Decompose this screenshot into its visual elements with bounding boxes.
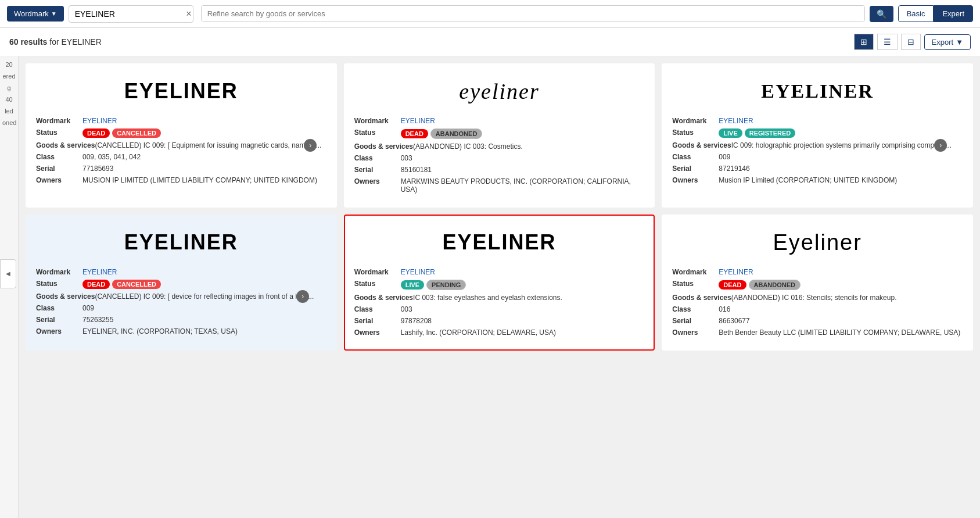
status-badge: DEAD <box>401 129 428 138</box>
list-view-btn[interactable]: ☰ <box>877 34 898 50</box>
sidebar-collapse-icon: ◀ <box>6 270 10 277</box>
owners-field: Owners EYELINER, INC. (CORPORATION; TEXA… <box>36 327 326 335</box>
class-value: 009, 035, 041, 042 <box>82 153 326 161</box>
class-value: 003 <box>401 154 645 162</box>
wordmark-link[interactable]: EYELINER <box>82 268 117 276</box>
class-field: Class 009 <box>672 153 963 161</box>
serial-field-label: Serial <box>36 316 82 324</box>
goods-value: (ABANDONED) IC 016: Stencils; stencils f… <box>731 294 897 302</box>
class-value: 003 <box>401 305 645 313</box>
status-badges-container: DEADABANDONED <box>401 128 485 139</box>
export-label: Export <box>932 38 954 47</box>
owners-field-label: Owners <box>36 176 82 184</box>
search-submit-btn[interactable]: 🔍 <box>870 6 893 22</box>
wordmark-field-label: Wordmark <box>36 117 82 125</box>
export-btn[interactable]: Export ▼ <box>924 34 971 50</box>
wordmark-link[interactable]: EYELINER <box>82 117 117 125</box>
status-badge: LIVE <box>401 280 424 290</box>
serial-field: Serial 77185693 <box>36 165 326 173</box>
results-text: 60 results for EYELINER <box>9 37 102 47</box>
refine-search-input[interactable] <box>202 6 864 22</box>
serial-field: Serial 97878208 <box>354 317 645 325</box>
goods-field: Goods & services IC 003: false eyelashes… <box>354 294 645 302</box>
goods-value: IC 003: false eyelashes and eyelash exte… <box>413 294 562 302</box>
trademark-card[interactable]: eyeliner Wordmark EYELINER Status DEADAB… <box>344 63 655 208</box>
goods-wrapper: (CANCELLED) IC 009: [ Equipment for issu… <box>95 141 321 149</box>
trademark-logo: Eyeliner <box>672 225 963 260</box>
trademark-card[interactable]: EYELINER Wordmark EYELINER Status LIVEPE… <box>344 215 655 351</box>
trademark-card[interactable]: Eyeliner Wordmark EYELINER Status DEADAB… <box>662 215 973 351</box>
trademark-card[interactable]: EYELINER Wordmark EYELINER Status DEADCA… <box>26 63 337 208</box>
goods-field-label: Goods & services <box>672 294 731 302</box>
detail-view-btn[interactable]: ⊟ <box>901 34 921 50</box>
nav-arrow-icon[interactable]: › <box>296 290 309 303</box>
page-layout: 20 ered g 40 led oned ◀ EYELINER Wordmar… <box>0 56 980 518</box>
dropdown-arrow-icon: ▼ <box>51 10 57 17</box>
serial-field-label: Serial <box>354 166 401 174</box>
nav-arrow-icon[interactable]: › <box>304 139 317 152</box>
status-badge: ABANDONED <box>749 280 801 290</box>
wordmark-link[interactable]: EYELINER <box>719 268 753 276</box>
main-search-input[interactable] <box>69 5 193 23</box>
class-value: 009 <box>82 304 326 312</box>
wordmark-dropdown-btn[interactable]: Wordmark ▼ <box>7 6 64 22</box>
status-field-label: Status <box>36 128 82 137</box>
status-badges-container: DEADCANCELLED <box>82 280 163 289</box>
goods-wrapper: IC 003: false eyelashes and eyelash exte… <box>413 294 562 302</box>
trademark-logo: eyeliner <box>354 74 645 109</box>
status-badge: DEAD <box>82 280 110 289</box>
class-field-label: Class <box>36 304 82 312</box>
sidebar-toggle-btn[interactable]: ◀ <box>0 259 16 288</box>
trademark-logo: EYELINER <box>354 225 645 260</box>
goods-wrapper: IC 009: holographic projection systems p… <box>731 141 952 149</box>
owners-field: Owners Musion IP Limited (CORPORATION; U… <box>672 176 963 184</box>
status-field-label: Status <box>354 128 401 137</box>
trademark-card[interactable]: EYELINER Wordmark EYELINER Status LIVERE… <box>662 63 973 208</box>
serial-value: 85160181 <box>401 166 645 174</box>
sub-header: 60 results for EYELINER ⊞ ☰ ⊟ Export ▼ <box>0 28 980 56</box>
basic-tab-btn[interactable]: Basic <box>898 5 934 22</box>
status-badge: ABANDONED <box>430 128 483 139</box>
status-badge: REGISTERED <box>745 128 796 138</box>
sidebar: 20 ered g 40 led oned ◀ <box>0 56 19 518</box>
sidebar-item: 40 <box>2 96 16 103</box>
goods-field-label: Goods & services <box>36 141 95 149</box>
goods-field: Goods & services (ABANDONED) IC 016: Ste… <box>672 294 963 302</box>
goods-field: Goods & services (CANCELLED) IC 009: [ d… <box>36 292 326 301</box>
wordmark-field: Wordmark EYELINER <box>36 268 326 276</box>
serial-value: 87219146 <box>719 165 963 173</box>
nav-arrow-icon[interactable]: › <box>934 139 947 152</box>
status-field: Status DEADCANCELLED <box>36 128 326 138</box>
wordmark-link[interactable]: EYELINER <box>401 117 435 125</box>
owners-field-label: Owners <box>354 328 401 337</box>
status-field-label: Status <box>36 280 82 288</box>
serial-value: 77185693 <box>82 165 326 173</box>
owners-value: MUSION IP LIMITED (LIMITED LIABILITY COM… <box>82 176 326 184</box>
trademark-card[interactable]: EYELINER Wordmark EYELINER Status DEADCA… <box>26 215 337 351</box>
owners-value: Musion IP Limited (CORPORATION; UNITED K… <box>719 176 963 184</box>
goods-value: IC 009: holographic projection systems p… <box>731 141 952 149</box>
trademark-logo-text: EYELINER <box>124 79 238 103</box>
status-badge: DEAD <box>719 280 746 290</box>
serial-field-label: Serial <box>354 317 401 325</box>
main-content: EYELINER Wordmark EYELINER Status DEADCA… <box>19 56 980 518</box>
serial-field: Serial 75263255 <box>36 316 326 324</box>
wordmark-label: Wordmark <box>14 9 49 18</box>
status-field: Status DEADCANCELLED <box>36 280 326 289</box>
trademark-logo: EYELINER <box>672 74 963 109</box>
owners-value: MARKWINS BEAUTY PRODUCTS, INC. (CORPORAT… <box>401 177 645 194</box>
wordmark-link[interactable]: EYELINER <box>719 117 753 125</box>
serial-field-label: Serial <box>672 317 719 325</box>
goods-field: Goods & services (ABANDONED) IC 003: Cos… <box>354 142 645 151</box>
owners-field-label: Owners <box>36 327 82 335</box>
expert-tab-btn[interactable]: Expert <box>934 5 973 22</box>
goods-field-label: Goods & services <box>354 294 413 302</box>
header: Wordmark ▼ × 🔍 Basic Expert <box>0 0 980 28</box>
class-field: Class 016 <box>672 305 963 313</box>
grid-view-btn[interactable]: ⊞ <box>854 34 874 50</box>
clear-search-btn[interactable]: × <box>186 9 191 19</box>
wordmark-field: Wordmark EYELINER <box>354 117 645 125</box>
wordmark-link[interactable]: EYELINER <box>401 268 435 276</box>
owners-field: Owners MARKWINS BEAUTY PRODUCTS, INC. (C… <box>354 177 645 194</box>
status-field: Status DEADABANDONED <box>354 128 645 139</box>
